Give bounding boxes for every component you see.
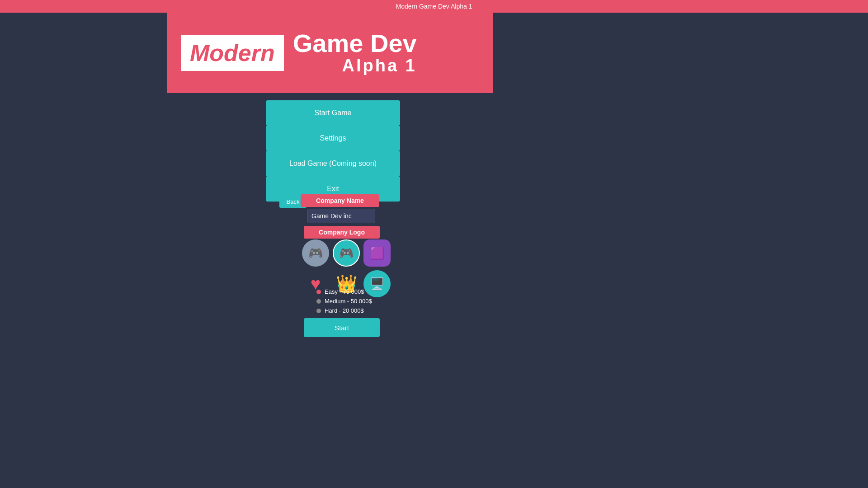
top-bar: Modern Game Dev Alpha 1: [0, 0, 868, 13]
logo-icon-cube[interactable]: 🟪: [363, 239, 391, 267]
load-game-button[interactable]: Load Game (Coming soon): [266, 151, 400, 176]
header-alpha-text: Alpha 1: [293, 56, 417, 75]
header-modern-box: Modern: [181, 35, 284, 71]
logo-icon-gamepad[interactable]: 🎮: [302, 239, 329, 267]
header-banner: Modern Game Dev Alpha 1: [167, 13, 493, 93]
start-button[interactable]: Start: [304, 318, 380, 337]
medium-dot: [316, 299, 321, 304]
header-gamedev-text: Game Dev: [293, 31, 417, 56]
top-bar-title: Modern Game Dev Alpha 1: [396, 3, 472, 10]
logo-icon-controller[interactable]: 🎮: [333, 239, 360, 267]
hard-label: Hard - 20 000$: [325, 307, 364, 314]
difficulty-section: Easy - 75 000$ Medium - 50 000$ Hard - 2…: [316, 288, 372, 314]
easy-dot: [316, 290, 321, 294]
medium-label: Medium - 50 000$: [325, 298, 372, 305]
difficulty-hard[interactable]: Hard - 20 000$: [316, 307, 372, 314]
difficulty-easy[interactable]: Easy - 75 000$: [316, 288, 372, 295]
difficulty-medium[interactable]: Medium - 50 000$: [316, 298, 372, 305]
start-game-button[interactable]: Start Game: [266, 100, 400, 126]
company-logo-label: Company Logo: [304, 226, 380, 239]
company-name-label: Company Name: [301, 194, 379, 207]
hard-dot: [316, 309, 321, 313]
easy-label: Easy - 75 000$: [325, 288, 364, 295]
settings-button[interactable]: Settings: [266, 126, 400, 151]
header-modern-text: Modern: [190, 40, 275, 66]
company-name-input[interactable]: [307, 209, 375, 223]
header-right: Game Dev Alpha 1: [293, 31, 417, 75]
